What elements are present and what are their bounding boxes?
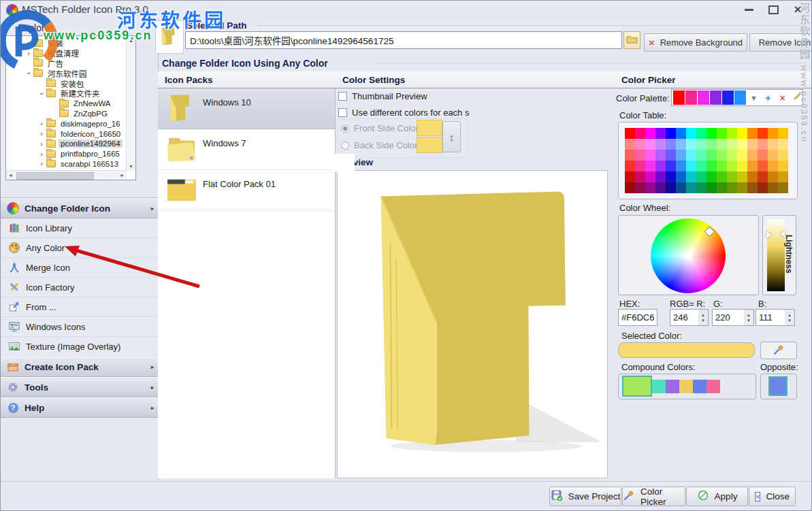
- eyedropper-button[interactable]: [760, 342, 797, 359]
- color-table-cell[interactable]: [696, 128, 707, 139]
- color-table-cell[interactable]: [747, 161, 758, 171]
- color-table-cell[interactable]: [768, 161, 778, 171]
- color-table-cell[interactable]: [666, 161, 676, 171]
- color-table-cell[interactable]: [635, 171, 645, 182]
- palette-swatch[interactable]: [698, 90, 709, 105]
- tree-expand-icon[interactable]: ›: [37, 160, 46, 167]
- compound-swatch[interactable]: [652, 380, 666, 393]
- color-table-cell[interactable]: [625, 182, 635, 193]
- minimize-button[interactable]: [740, 3, 758, 16]
- save-project-button[interactable]: Save Project: [549, 487, 621, 506]
- color-table-cell[interactable]: [758, 128, 768, 139]
- scroll-down-icon[interactable]: ▼: [127, 162, 135, 171]
- color-table-cell[interactable]: [666, 182, 676, 193]
- color-table-cell[interactable]: [696, 171, 707, 182]
- icon-pack-windows-7[interactable]: Windows 7: [158, 129, 335, 170]
- use-different-colors-option[interactable]: Use different colors for each s: [338, 108, 469, 118]
- color-table-cell[interactable]: [758, 139, 768, 150]
- color-table-cell[interactable]: [768, 182, 778, 193]
- color-table-cell[interactable]: [768, 139, 778, 150]
- color-table-cell[interactable]: [666, 150, 676, 161]
- collapse-caret-icon[interactable]: ▸: [151, 205, 154, 212]
- color-table-cell[interactable]: [768, 171, 778, 182]
- edit-pencil-icon[interactable]: [790, 92, 804, 104]
- color-table-cell[interactable]: [768, 128, 778, 139]
- color-table-cell[interactable]: [625, 139, 635, 150]
- collapse-caret-icon[interactable]: ▸: [151, 405, 154, 411]
- swap-colors-button[interactable]: ↕: [442, 121, 461, 152]
- color-table-cell[interactable]: [635, 150, 645, 161]
- tree-expand-icon[interactable]: ›: [25, 69, 33, 78]
- color-table-cell[interactable]: [625, 171, 635, 182]
- color-table-cell[interactable]: [727, 161, 737, 171]
- thumbnail-preview-option[interactable]: Thumbnail Preview: [338, 91, 427, 101]
- compound-swatch[interactable]: [679, 380, 693, 393]
- color-table-cell[interactable]: [707, 182, 717, 193]
- color-table-cell[interactable]: [645, 171, 655, 182]
- palette-swatch[interactable]: [673, 90, 685, 105]
- color-table-cell[interactable]: [676, 128, 686, 139]
- palette-swatch[interactable]: [722, 90, 734, 105]
- close-button[interactable]: ×Close: [749, 487, 796, 506]
- use-different-colors-checkbox[interactable]: [338, 108, 347, 117]
- color-table-cell[interactable]: [717, 150, 727, 161]
- color-table-cell[interactable]: [696, 139, 707, 150]
- front-side-color-swatch[interactable]: [417, 120, 442, 136]
- tree-expand-icon[interactable]: ›: [25, 39, 33, 47]
- tree-item-[interactable]: 广告: [7, 59, 126, 69]
- palette-swatch[interactable]: [734, 90, 746, 105]
- tree-horizontal-scrollbar[interactable]: ◄ ►: [6, 170, 127, 180]
- color-table-cell[interactable]: [758, 182, 768, 193]
- tree-vertical-scrollbar[interactable]: ▲ ▼: [126, 36, 135, 171]
- compound-swatch[interactable]: [666, 380, 679, 393]
- color-table-cell[interactable]: [737, 139, 747, 150]
- sidebar-item-any-color[interactable]: Any Color: [0, 238, 158, 258]
- color-table-cell[interactable]: [758, 150, 768, 161]
- color-table-cell[interactable]: [686, 150, 696, 161]
- chevron-down-icon[interactable]: ▼: [747, 94, 761, 102]
- sidebar-item-change-folder-icon[interactable]: Change Folder Icon▸: [0, 198, 158, 218]
- color-table-cell[interactable]: [747, 171, 758, 182]
- color-table-cell[interactable]: [717, 128, 727, 139]
- tree-item-[interactable]: ›河东软件园: [7, 68, 126, 78]
- thumbnail-preview-checkbox[interactable]: [338, 92, 347, 101]
- color-table-cell[interactable]: [696, 161, 707, 171]
- tree-item-[interactable]: ›磁盘清理: [7, 48, 126, 59]
- color-table-cell[interactable]: [707, 171, 717, 182]
- sidebar-item-merge-icon[interactable]: Merge Icon: [0, 258, 158, 278]
- scrollbar-thumb[interactable]: [16, 172, 94, 180]
- blue-spinner[interactable]: ▲▼: [785, 309, 795, 326]
- sidebar-item-icon-library[interactable]: Icon Library: [0, 218, 158, 238]
- sidebar-item-tools[interactable]: Tools▸: [0, 377, 158, 397]
- tree-item-[interactable]: ›安装: [7, 38, 126, 48]
- tree-item-[interactable]: 安装包: [7, 78, 126, 88]
- color-table-cell[interactable]: [696, 182, 707, 193]
- apply-button[interactable]: Apply: [686, 487, 748, 506]
- color-table-cell[interactable]: [737, 161, 747, 171]
- remove-background-button[interactable]: × Remove Background: [644, 33, 747, 52]
- sidebar-item-texture-image-overlay[interactable]: Texture (Image Overlay): [0, 337, 158, 357]
- color-table-cell[interactable]: [747, 150, 758, 161]
- color-table-cell[interactable]: [676, 182, 686, 193]
- maximize-button[interactable]: [764, 3, 782, 16]
- hex-input[interactable]: [618, 309, 657, 326]
- tree-item-[interactable]: ›新建文件夹: [7, 88, 126, 99]
- color-table-cell[interactable]: [707, 128, 717, 139]
- blue-input[interactable]: [756, 309, 785, 326]
- compound-primary-swatch[interactable]: [622, 376, 652, 397]
- scroll-right-icon[interactable]: ►: [118, 171, 127, 180]
- lightness-handle-left[interactable]: [766, 231, 771, 238]
- color-table-cell[interactable]: [676, 150, 686, 161]
- lightness-slider[interactable]: [767, 219, 785, 291]
- red-input[interactable]: [670, 309, 699, 326]
- color-table-cell[interactable]: [645, 128, 655, 139]
- green-input[interactable]: [712, 309, 745, 326]
- color-table-cell[interactable]: [635, 182, 645, 193]
- color-table-cell[interactable]: [747, 139, 758, 150]
- selected-path-input[interactable]: [185, 31, 622, 49]
- tree-item-znzqbpg[interactable]: ZnZqbPG: [7, 109, 126, 119]
- color-table-cell[interactable]: [676, 171, 686, 182]
- color-table-cell[interactable]: [696, 150, 707, 161]
- sidebar-item-create-icon-pack[interactable]: Create Icon Pack▸: [0, 357, 158, 377]
- browse-folder-button[interactable]: [623, 31, 640, 49]
